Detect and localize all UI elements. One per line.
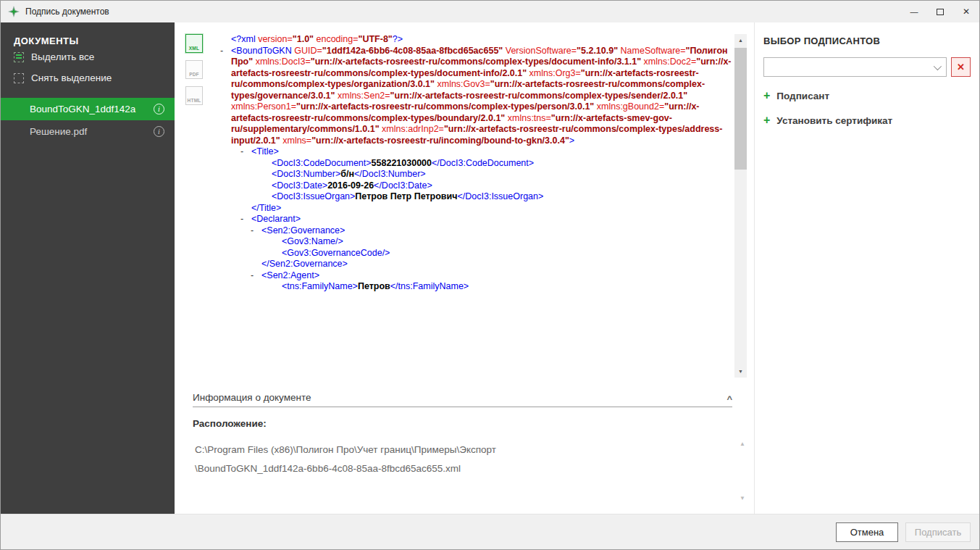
xml-token-a: xmlns:adrInp2= [380,124,444,134]
document-name: BoundToGKN_1ddf142a [30,104,154,114]
add-signer-link[interactable]: + Подписант [763,90,971,101]
xml-token-t: </DocI3:IssueOrgan> [457,191,543,201]
select-all-button[interactable]: Выделить все [1,46,175,67]
xml-token-v: "UTF-8" [359,34,393,44]
document-name: Решение.pdf [30,126,154,137]
document-item-reshenie[interactable]: Решение.pdf i [1,120,175,143]
footer-bar: Отмена Подписать [1,514,979,549]
clear-signer-button[interactable]: ✕ [951,57,971,77]
xml-token-a: xmlns:Person1= [231,101,296,112]
signers-heading: ВЫБОР ПОДПИСАНТОВ [763,36,971,46]
info-scroll-down-icon[interactable]: ▼ [740,495,745,501]
xml-line: <DocI3:Number>б/н</DocI3:Number> [211,169,734,180]
xml-token-t: </DocI3:Number> [354,169,426,179]
format-pdf-button[interactable]: PDF [185,60,203,79]
format-html-button[interactable]: HTML [185,86,203,105]
xml-token-t: <Sen2:Agent> [261,270,319,280]
location-label: Расположение: [193,418,267,429]
xml-token-v: "urn://x-artefacts-rosreestr-ru/commons/… [311,57,641,67]
collapse-chevron-icon[interactable]: ^ [726,393,732,404]
xml-line: <DocI3:Date>2016-09-26</DocI3:Date> [211,180,734,192]
xml-token-t: > [569,136,574,146]
xml-token-t: <?xml [231,34,258,44]
xml-token-t: </Sen2:Governance> [261,259,348,269]
xml-token-x: 558221030000 [372,158,432,168]
xml-token-a: version= [258,34,293,44]
xml-token-t: <BoundToGKN [231,46,294,56]
collapse-marker[interactable]: - [240,146,243,158]
xml-token-v: "5.2.10.9" [577,46,618,56]
info-scroll-up-icon[interactable]: ▲ [740,441,745,447]
xml-token-t: <DocI3:IssueOrgan> [272,191,355,201]
xml-token-x: Петров Петр Петрович [355,191,457,201]
app-logo-star [8,6,20,17]
clear-icon: ✕ [957,62,965,72]
collapse-marker[interactable]: - [251,270,254,282]
xml-token-t: <Gov3:GovernanceCode/> [282,248,390,258]
document-info-header[interactable]: Информация о документе ^ [193,388,732,407]
xml-token-a: NameSoftware= [618,46,685,56]
minimize-button[interactable]: — [901,1,927,22]
deselect-icon [14,73,24,83]
info-icon[interactable]: i [154,104,164,114]
xml-token-a: xmlns:DocI3= [253,57,311,67]
xml-token-a: xmlns:Doc2= [641,57,696,67]
format-xml-label: XML [189,46,199,52]
xml-token-t: <Sen2:Governance> [261,225,345,236]
xml-line: </Sen2:Governance> [211,259,734,270]
combo-chevron-down-icon [934,62,942,70]
xml-scrollbar[interactable]: ▲ ▼ [734,34,747,378]
app-window: Подпись документов — ✕ ДОКУМЕНТЫ Выделит… [0,0,980,550]
collapse-marker[interactable]: - [240,214,243,225]
xml-token-t: </DocI3:Date> [374,180,432,191]
xml-token-t: ?> [393,34,403,44]
collapse-marker[interactable]: - [220,46,223,57]
format-pdf-label: PDF [189,72,199,78]
xml-token-t: <DocI3:Number> [272,169,340,179]
file-path-line-1: C:\Program Files (x86)\Полигон Про\Учет … [195,441,725,459]
xml-token-v: "urn://x-artefacts-rosreestr-ru/incoming… [311,136,569,146]
file-path-line-2: \BoundToGKN_1ddf142a-6bb6-4c08-85aa-8fbc… [195,459,725,478]
document-preview-panel: XML PDF HTML <?xml version="1.0" encodin… [175,22,754,514]
maximize-icon [937,9,944,15]
xml-token-x: Петров [358,281,390,291]
xml-token-a: encoding= [314,34,359,44]
sign-button[interactable]: Подписать [905,522,971,542]
xml-line: <Gov3:GovernanceCode/> [211,248,734,259]
minimize-icon: — [910,8,918,16]
xml-line: <DocI3:IssueOrgan>Петров Петр Петрович</… [211,191,734,203]
deselect-all-button[interactable]: Снять выделение [1,67,175,88]
xml-token-a: xmlns:Gov3= [435,79,490,89]
xml-token-v: "1ddf142a-6bb6-4c08-85aa-8fbcd65ac655" [322,46,503,56]
xml-token-a: xmlns= [280,136,311,146]
documents-sidebar: ДОКУМЕНТЫ Выделить все Снять выделение B… [1,22,175,514]
xml-line: <?xml version="1.0" encoding="UTF-8"?> [211,34,734,46]
xml-token-t: <tns:FamilyName> [282,281,358,291]
xml-token-a: VersionSoftware= [503,46,577,56]
scroll-up-button[interactable]: ▲ [734,34,747,46]
xml-line: -<BoundToGKN GUID="1ddf142a-6bb6-4c08-85… [211,46,734,147]
window-title: Подпись документов [25,7,109,17]
deselect-all-label: Снять выделение [31,72,112,83]
xml-token-t: </tns:FamilyName> [390,281,469,291]
install-certificate-link[interactable]: + Установить сертификат [763,114,971,126]
cancel-button[interactable]: Отмена [836,522,898,542]
xml-token-a: xmlns:Org3= [527,68,581,78]
format-xml-button[interactable]: XML [185,34,203,53]
scroll-down-button[interactable]: ▼ [734,365,747,378]
xml-token-v: "urn://x-artefacts-rosreestr-ru/commons/… [296,101,594,112]
signer-combobox[interactable] [763,57,947,77]
xml-line: -<Title> [211,146,734,158]
maximize-button[interactable] [927,1,953,22]
close-button[interactable]: ✕ [953,1,979,22]
document-item-boundtogkn[interactable]: BoundToGKN_1ddf142a i [1,98,175,120]
xml-token-a: xmlns:tns= [505,113,551,123]
collapse-marker[interactable]: - [251,225,254,237]
info-icon[interactable]: i [154,126,164,137]
select-all-label: Выделить все [31,51,94,62]
xml-token-v: "1.0" [293,34,314,44]
select-all-icon [14,52,24,62]
scrollbar-thumb[interactable] [734,48,747,170]
xml-token-t: <DocI3:CodeDocument> [272,158,372,168]
app-icon [8,6,20,17]
